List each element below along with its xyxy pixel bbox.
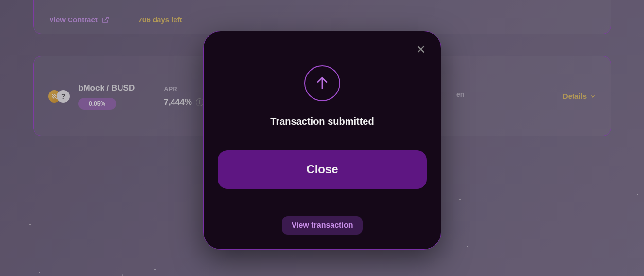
arrow-up-circle-icon <box>304 65 340 101</box>
close-button-label: Close <box>306 163 338 176</box>
modal-title: Transaction submitted <box>270 116 374 127</box>
close-button[interactable]: Close <box>218 150 427 189</box>
transaction-modal: Transaction submitted Close View transac… <box>203 31 441 250</box>
close-icon[interactable] <box>416 44 426 56</box>
view-transaction-button[interactable]: View transaction <box>282 216 363 235</box>
view-transaction-label: View transaction <box>292 221 353 229</box>
